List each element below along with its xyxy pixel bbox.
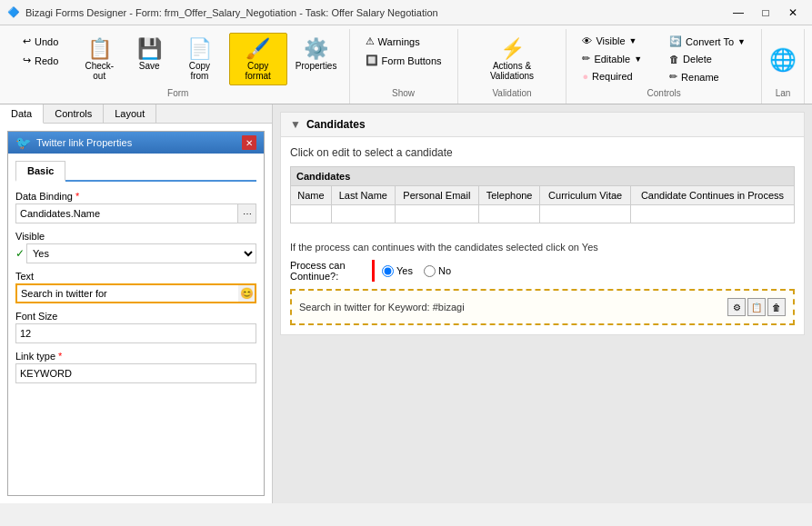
app-icon: 🔷 <box>7 6 20 18</box>
twitter-delete-button[interactable]: 🗑 <box>767 298 786 316</box>
editable-icon: ✏ <box>582 53 590 65</box>
section-title: Candidates <box>306 118 366 131</box>
twitter-widget: Search in twitter for Keyword: #bizagi ⚙… <box>290 289 795 325</box>
ribbon-content: ↩ Undo ↪ Redo 📋 Check-out 💾 Save <box>0 25 812 104</box>
emoji-button[interactable]: 😊 <box>238 285 255 302</box>
twitter-settings-button[interactable]: ⚙ <box>727 298 746 316</box>
required-button[interactable]: ● Required <box>574 68 650 84</box>
radio-divider <box>372 260 375 282</box>
dialog-title-left: 🐦 Twitter link Properties <box>15 135 132 150</box>
copyfrom-button[interactable]: 📄 Copy from <box>174 33 225 85</box>
checkout-button[interactable]: 📋 Check-out <box>74 33 125 85</box>
databinding-label: Data Binding * <box>15 191 256 202</box>
chevron-icon: ▼ <box>290 118 301 131</box>
dialog-titlebar: 🐦 Twitter link Properties ✕ <box>8 132 264 154</box>
fontsize-label: Font Size <box>15 311 256 322</box>
maximize-button[interactable]: □ <box>754 4 777 22</box>
form-group-visible: Visible ✓ Yes No <box>15 231 256 263</box>
visible-select[interactable]: Yes No <box>26 243 256 263</box>
undo-button[interactable]: ↩ Undo <box>15 33 66 50</box>
section-header-candidates: ▼ Candidates <box>281 113 804 137</box>
text-input[interactable] <box>17 286 238 301</box>
twitter-link-dialog: 🐦 Twitter link Properties ✕ Basic Data B… <box>7 131 265 496</box>
tab-layout[interactable]: Layout <box>104 104 156 123</box>
databinding-browse-button[interactable]: ⋯ <box>238 203 256 223</box>
actionsvalidations-button[interactable]: ⚡ Actions & Validations <box>466 33 559 85</box>
ribbon: ↩ Undo ↪ Redo 📋 Check-out 💾 Save <box>0 25 812 104</box>
visible-select-wrap: ✓ Yes No <box>15 243 256 263</box>
dialog-title-text: Twitter link Properties <box>36 137 132 148</box>
process-row: Process can Continue?: Yes No <box>290 260 795 282</box>
rename-button[interactable]: ✏ Rename <box>661 68 754 85</box>
close-button[interactable]: ✕ <box>781 4 805 22</box>
save-button[interactable]: 💾 Save <box>128 33 170 75</box>
formbuttons-icon: 🔲 <box>366 55 378 66</box>
col-continues: Candidate Continues in Process <box>630 186 794 205</box>
ribbon-group-form: ↩ Undo ↪ Redo 📋 Check-out 💾 Save <box>7 29 350 104</box>
databinding-input-wrap: ⋯ <box>15 203 256 223</box>
checkout-icon: 📋 <box>87 37 112 61</box>
right-panel: ▼ Candidates Click on edit to select a c… <box>273 104 812 503</box>
tab-data[interactable]: Data <box>0 104 44 124</box>
dialog-close-button[interactable]: ✕ <box>242 135 256 150</box>
process-hint: If the process can continues with the ca… <box>290 242 795 253</box>
editable-button[interactable]: ✏ Editable ▼ <box>574 50 650 67</box>
required-star: * <box>75 191 79 202</box>
linktype-input[interactable] <box>15 363 256 383</box>
ribbon-group-show: ⚠ Warnings 🔲 Form Buttons Show <box>350 29 458 104</box>
form-group-databinding: Data Binding * ⋯ <box>15 191 256 223</box>
col-telephone: Telephone <box>478 186 539 205</box>
form-group-label: Form <box>15 86 342 100</box>
ribbon-group-language: 🌐 Lan <box>762 29 805 104</box>
radio-no[interactable]: No <box>424 265 451 277</box>
minimize-button[interactable]: — <box>727 4 750 22</box>
rename-icon: ✏ <box>669 71 677 83</box>
actionsvalidations-icon: ⚡ <box>500 37 525 61</box>
twitter-actions: ⚙ 📋 🗑 <box>727 298 786 316</box>
properties-button[interactable]: ⚙️ Properties <box>291 33 342 75</box>
undo-icon: ↩ <box>23 35 31 47</box>
convertto-button[interactable]: 🔄 Convert To ▼ <box>661 33 754 50</box>
text-label: Text <box>15 271 256 282</box>
radio-yes[interactable]: Yes <box>382 265 413 277</box>
click-hint: Click on edit to select a candidate <box>290 146 795 159</box>
twitter-icon: 🐦 <box>15 135 31 150</box>
required-icon: ● <box>582 71 588 82</box>
show-group-label: Show <box>357 86 450 100</box>
visible-icon: 👁 <box>582 35 592 46</box>
radio-yes-input[interactable] <box>382 265 394 277</box>
visible-label: Visible <box>15 231 256 242</box>
col-cv: Curriculum Vitae <box>540 186 631 205</box>
ribbon-group-controls: 👁 Visible ▼ ✏ Editable ▼ ● Required <box>566 29 762 104</box>
globe-icon: 🌐 <box>769 47 797 73</box>
dialog-tab-bar: Basic <box>15 161 256 182</box>
warnings-icon: ⚠ <box>366 35 375 47</box>
formbuttons-button[interactable]: 🔲 Form Buttons <box>357 52 450 69</box>
fontsize-input[interactable] <box>15 323 256 343</box>
warnings-button[interactable]: ⚠ Warnings <box>357 33 450 50</box>
visible-button[interactable]: 👁 Visible ▼ <box>574 33 650 49</box>
left-panel: Data Controls Layout 🐦 Twitter link Prop… <box>0 104 273 503</box>
redo-icon: ↪ <box>23 55 31 66</box>
databinding-input[interactable] <box>15 203 238 223</box>
copyformat-button[interactable]: 🖌️ Copy format <box>229 33 287 85</box>
titlebar-controls: — □ ✕ <box>727 4 805 22</box>
linktype-required-star: * <box>58 351 62 362</box>
text-input-wrap: 😊 <box>15 283 256 303</box>
check-icon: ✓ <box>15 247 25 260</box>
redo-button[interactable]: ↪ Redo <box>15 52 66 69</box>
twitter-copy-button[interactable]: 📋 <box>747 298 766 316</box>
panel-tabs: Data Controls Layout <box>0 104 272 124</box>
delete-icon: 🗑 <box>669 54 679 65</box>
validation-group-label: Validation <box>466 86 559 100</box>
twitter-widget-text: Search in twitter for Keyword: #bizagi <box>299 302 465 313</box>
candidates-section: ▼ Candidates Click on edit to select a c… <box>280 112 805 335</box>
tab-controls[interactable]: Controls <box>44 104 104 123</box>
radio-group: Yes No <box>382 265 451 277</box>
process-label: Process can Continue?: <box>290 260 372 282</box>
dialog-tab-basic[interactable]: Basic <box>15 161 65 182</box>
delete-button[interactable]: 🗑 Delete <box>661 51 754 67</box>
radio-no-input[interactable] <box>424 265 436 277</box>
properties-icon: ⚙️ <box>304 37 328 61</box>
titlebar: 🔷 Bizagi Forms Designer - Form: frm_Offe… <box>0 0 812 25</box>
